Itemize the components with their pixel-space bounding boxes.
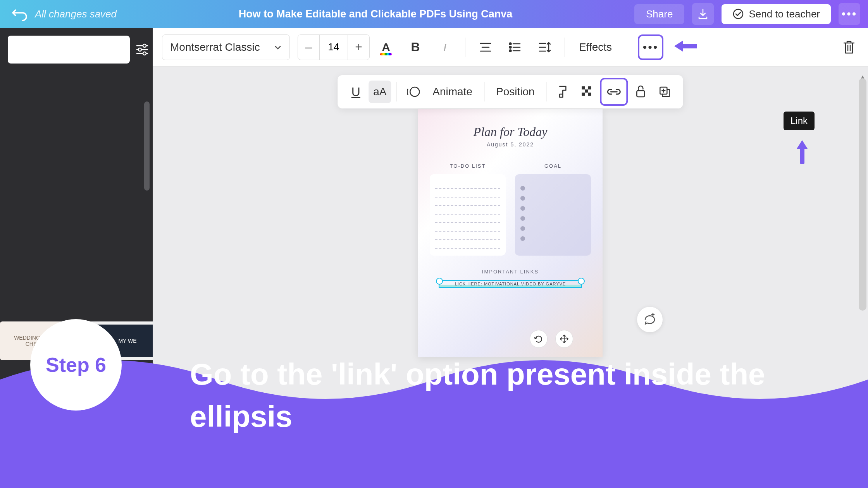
copy-style-button[interactable] bbox=[552, 81, 575, 103]
todo-line bbox=[435, 198, 500, 206]
svg-point-6 bbox=[510, 50, 512, 52]
font-size-value[interactable]: 14 bbox=[320, 35, 348, 60]
sidebar-scrollbar[interactable] bbox=[144, 101, 150, 191]
svg-point-5 bbox=[510, 46, 512, 48]
font-name: Montserrat Classic bbox=[170, 41, 260, 53]
sections: TO-DO LIST GOAL bbox=[430, 163, 591, 256]
share-button[interactable]: Share bbox=[634, 4, 684, 24]
todo-line bbox=[435, 215, 500, 223]
svg-point-3 bbox=[143, 52, 146, 55]
underline-button[interactable]: U bbox=[344, 81, 367, 103]
links-heading: IMPORTANT LINKS bbox=[430, 269, 591, 275]
todo-line bbox=[435, 240, 500, 249]
svg-point-7 bbox=[410, 87, 419, 96]
todo-line bbox=[435, 189, 500, 198]
svg-point-4 bbox=[510, 43, 512, 45]
text-color-button[interactable]: A bbox=[374, 36, 398, 59]
todo-line bbox=[435, 206, 500, 215]
step-instruction: Go to the 'link' option present inside t… bbox=[190, 353, 829, 438]
spacing-button[interactable] bbox=[533, 36, 556, 59]
divider bbox=[396, 82, 397, 101]
text-toolbar: Montserrat Classic – 14 + A B I Effects bbox=[153, 28, 868, 67]
tutorial-overlay: Step 6 Go to the 'link' option present i… bbox=[0, 333, 868, 488]
search-input[interactable] bbox=[8, 36, 130, 64]
search-area bbox=[8, 36, 145, 64]
undo-icon[interactable] bbox=[8, 6, 31, 22]
download-button[interactable] bbox=[692, 3, 714, 25]
align-button[interactable] bbox=[474, 36, 497, 59]
bold-button[interactable]: B bbox=[404, 36, 427, 59]
todo-line bbox=[435, 232, 500, 240]
duplicate-button[interactable] bbox=[654, 81, 676, 103]
annotation-arrow-left bbox=[674, 36, 698, 58]
position-button[interactable]: Position bbox=[490, 86, 541, 98]
animate-button[interactable]: Animate bbox=[426, 86, 479, 98]
todo-heading: TO-DO LIST bbox=[430, 163, 506, 169]
goal-bullet bbox=[520, 226, 525, 231]
link-text: LICK HERE: MOTIVATIONAL VIDEO BY GARYVE bbox=[439, 281, 581, 287]
goal-heading: GOAL bbox=[515, 163, 591, 169]
font-selector[interactable]: Montserrat Classic bbox=[162, 34, 290, 60]
delete-button[interactable] bbox=[839, 38, 859, 57]
increase-size-button[interactable]: + bbox=[348, 35, 369, 60]
svg-rect-9 bbox=[588, 86, 591, 89]
svg-point-2 bbox=[138, 48, 141, 51]
goal-card bbox=[515, 174, 591, 256]
page-heading: Plan for Today bbox=[430, 125, 591, 139]
svg-rect-10 bbox=[585, 89, 588, 93]
chevron-down-icon bbox=[274, 45, 282, 50]
decrease-size-button[interactable]: – bbox=[298, 35, 320, 60]
goal-bullet bbox=[520, 186, 525, 191]
filter-button[interactable] bbox=[134, 41, 150, 58]
svg-rect-12 bbox=[588, 93, 591, 96]
send-to-teacher-button[interactable]: Send to teacher bbox=[722, 4, 831, 24]
divider bbox=[465, 38, 465, 57]
divider bbox=[546, 82, 547, 101]
save-status: All changes saved bbox=[35, 8, 117, 20]
font-size-group: – 14 + bbox=[298, 34, 370, 60]
link-tooltip: Link bbox=[784, 112, 815, 130]
svg-point-0 bbox=[734, 9, 743, 19]
canvas-scrollbar[interactable] bbox=[859, 78, 866, 311]
lock-button[interactable] bbox=[630, 81, 652, 103]
todo-line bbox=[435, 223, 500, 232]
more-options-button[interactable]: ••• bbox=[638, 34, 663, 60]
divider bbox=[565, 38, 565, 57]
goal-bullet bbox=[520, 236, 525, 241]
secondary-toolbar: U aA Animate Position bbox=[338, 75, 683, 108]
link-button[interactable] bbox=[600, 78, 628, 106]
divider bbox=[626, 38, 626, 57]
svg-rect-13 bbox=[637, 91, 645, 97]
todo-block: TO-DO LIST bbox=[430, 163, 506, 256]
italic-button[interactable]: I bbox=[433, 36, 456, 59]
transparency-button[interactable] bbox=[576, 81, 599, 103]
svg-point-1 bbox=[143, 44, 146, 47]
add-comment-button[interactable] bbox=[637, 307, 663, 332]
page-date: August 5, 2022 bbox=[430, 141, 591, 148]
goal-bullet bbox=[520, 206, 525, 211]
send-label: Send to teacher bbox=[749, 8, 820, 20]
todo-card bbox=[430, 174, 506, 256]
svg-rect-11 bbox=[582, 93, 585, 96]
goal-bullet bbox=[520, 196, 525, 201]
todo-line bbox=[435, 180, 500, 189]
list-button[interactable] bbox=[503, 36, 527, 59]
svg-rect-8 bbox=[582, 86, 585, 89]
animate-icon[interactable] bbox=[402, 81, 425, 103]
goal-block: GOAL bbox=[515, 163, 591, 256]
annotation-arrow-up bbox=[794, 140, 810, 176]
top-bar: All changes saved How to Make Editable a… bbox=[0, 0, 868, 28]
page-title: How to Make Editable and Clickable PDFs … bbox=[124, 8, 627, 20]
step-badge: Step 6 bbox=[30, 319, 122, 411]
canvas-page[interactable]: Plan for Today August 5, 2022 TO-DO LIST bbox=[418, 109, 603, 357]
selected-text-element[interactable]: LICK HERE: MOTIVATIONAL VIDEO BY GARYVE bbox=[439, 280, 582, 288]
effects-button[interactable]: Effects bbox=[572, 41, 619, 53]
case-button[interactable]: aA bbox=[369, 81, 391, 103]
goal-bullet bbox=[520, 216, 525, 221]
more-menu-button[interactable]: ••• bbox=[839, 3, 860, 25]
divider bbox=[484, 82, 484, 101]
